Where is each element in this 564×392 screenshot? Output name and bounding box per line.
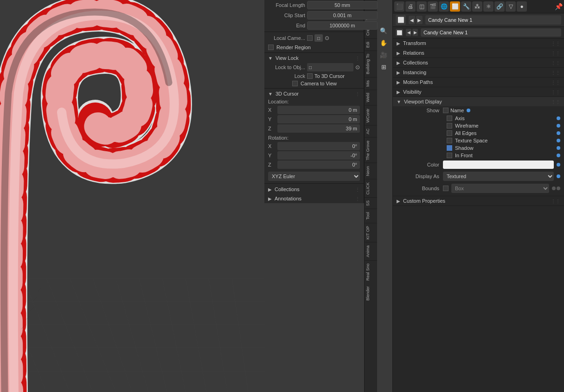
props-tab-output[interactable]: 🖨: [405, 1, 416, 12]
transform-section[interactable]: ▶ Transform ⋮⋮: [393, 39, 564, 48]
grid-icon[interactable]: ⊞: [378, 62, 389, 72]
annotations-row[interactable]: ▶ Annotations ⋮: [264, 194, 364, 203]
cursor-ry-input[interactable]: [277, 151, 360, 160]
wireframe-checkbox[interactable]: [447, 123, 452, 129]
header-icon-btn[interactable]: ⬜: [396, 15, 406, 25]
sidebar-tab-ac[interactable]: AC: [365, 125, 377, 137]
cursor-3d-dots[interactable]: ⋮: [355, 91, 360, 96]
color-swatch[interactable]: [443, 161, 554, 169]
cursor-x-input[interactable]: [277, 106, 360, 114]
display-as-dot: [557, 174, 560, 178]
lock-obj-input[interactable]: □: [307, 63, 353, 71]
custom-props-section[interactable]: ▶ Custom Properties ⋮⋮: [393, 196, 564, 206]
props-tab-object[interactable]: ⬜: [450, 1, 460, 12]
sidebar-tab-neon[interactable]: Neon: [365, 163, 377, 179]
euler-select[interactable]: XYZ Euler: [268, 172, 360, 181]
shadow-checkbox[interactable]: [447, 145, 452, 151]
middle-sidebar: To Vie Creat Edi Building To Mis Weld WC…: [364, 0, 377, 392]
to-3d-cursor-checkbox[interactable]: [307, 73, 313, 79]
cursor-z-input[interactable]: [277, 124, 360, 133]
cursor-rz-input[interactable]: [277, 161, 360, 169]
hand-icon[interactable]: ✋: [378, 38, 389, 48]
cursor-rx-input[interactable]: [277, 142, 360, 150]
props-tab-data[interactable]: ▽: [506, 1, 516, 12]
magnify-icon[interactable]: 🔍: [378, 26, 389, 36]
camera-button[interactable]: □: [314, 34, 323, 42]
sidebar-tab-ss[interactable]: SS: [365, 197, 377, 209]
object-name-1[interactable]: Candy Cane New 1: [425, 15, 561, 25]
next-obj-btn[interactable]: ▶: [416, 16, 423, 24]
props-tab-world[interactable]: 🌐: [439, 1, 449, 12]
texture-space-checkbox[interactable]: [447, 138, 452, 143]
sidebar-tab-building[interactable]: Building To: [365, 51, 377, 77]
next-obj-btn-2[interactable]: ▶: [412, 29, 418, 36]
object-name-2[interactable]: Candy Cane New 1: [421, 28, 561, 37]
annotations-label: Annotations: [275, 196, 301, 201]
in-front-checkbox[interactable]: [447, 153, 452, 158]
sidebar-tab-edi[interactable]: Edi: [365, 39, 377, 51]
motion-paths-section[interactable]: ▶ Motion Paths ⋮⋮: [393, 77, 564, 87]
props-tab-particles[interactable]: ⁂: [472, 1, 482, 12]
cursor-3d-label: 3D Cursor: [276, 91, 299, 96]
lock-options: To 3D Cursor: [307, 73, 345, 79]
lock-eyedropper-icon[interactable]: ⊙: [355, 64, 360, 71]
sidebar-tab-kitop[interactable]: KIT OP: [365, 223, 377, 242]
cursor-3d-header[interactable]: ▼ 3D Cursor ⋮: [264, 90, 364, 98]
axis-label: Axis: [455, 116, 465, 121]
render-region-checkbox[interactable]: [268, 45, 274, 50]
prev-obj-btn-2[interactable]: ◀: [406, 29, 411, 36]
bounds-checkbox[interactable]: [443, 186, 449, 191]
instancing-section[interactable]: ▶ Instancing ⋮⋮: [393, 68, 564, 77]
obj-icon-2[interactable]: ⬜: [396, 29, 403, 36]
sidebar-tab-tool[interactable]: Tool: [365, 209, 377, 223]
sidebar-tab-grove[interactable]: The Grove: [365, 137, 377, 163]
sidebar-tab-anima[interactable]: Anima: [365, 242, 377, 260]
sidebar-tab-realsno[interactable]: Real Sno: [365, 260, 377, 283]
axis-checkbox[interactable]: [447, 116, 452, 121]
focal-length-row: Focal Length: [264, 0, 364, 10]
sidebar-tab-click[interactable]: CLICK: [365, 179, 377, 198]
view-lock-header[interactable]: ▼ View Lock ⋮: [264, 54, 364, 62]
props-tab-material[interactable]: ●: [517, 1, 527, 12]
collections-section[interactable]: ▶ Collections ⋮⋮: [393, 58, 564, 68]
focal-length-input[interactable]: [307, 1, 378, 9]
local-camera-checkbox[interactable]: [307, 35, 313, 41]
relations-section[interactable]: ▶ Relations ⋮⋮: [393, 48, 564, 58]
props-tab-scene[interactable]: 🎬: [428, 1, 438, 12]
props-sections-list: ▶ Transform ⋮⋮ ▶ Relations ⋮⋮ ▶ Collecti…: [393, 39, 564, 392]
props-tab-render[interactable]: ⬛: [394, 1, 404, 12]
viewport-display-header[interactable]: ▼ Viewport Display ⋮⋮: [393, 97, 564, 106]
camera-to-view-checkbox[interactable]: [292, 81, 298, 86]
props-tab-view-layer[interactable]: ◫: [417, 1, 427, 12]
visibility-section[interactable]: ▶ Visibility ⋮⋮: [393, 87, 564, 97]
clip-start-input[interactable]: [307, 11, 378, 19]
props-tab-constraints[interactable]: 🔗: [494, 1, 505, 12]
display-as-row: Display As Textured: [393, 170, 564, 182]
sidebar-tab-wcontr[interactable]: WContr: [365, 105, 377, 126]
camera-icon[interactable]: 🎥: [378, 50, 389, 60]
location-section: Location: X Y Z: [264, 98, 364, 134]
prev-obj-btn[interactable]: ◀: [409, 16, 415, 24]
pin-icon[interactable]: 📌: [555, 3, 563, 10]
bounds-type-select[interactable]: Box: [451, 184, 549, 193]
all-edges-checkbox[interactable]: [447, 130, 452, 136]
rotation-section: Rotation: X Y Z: [264, 134, 364, 170]
sidebar-tab-weld[interactable]: Weld: [365, 90, 377, 105]
cursor-y-input[interactable]: [277, 115, 360, 123]
name-dot: [467, 109, 470, 112]
show-name-checkbox[interactable]: [443, 108, 449, 113]
sidebar-tab-blender[interactable]: Blender: [365, 283, 377, 303]
props-tab-physics[interactable]: ⚛: [483, 1, 494, 12]
display-as-select[interactable]: Textured: [443, 172, 554, 181]
view-lock-dots[interactable]: ⋮: [355, 56, 360, 61]
eyedropper-icon[interactable]: ⊙: [325, 35, 329, 41]
local-camera-label: Local Came...: [268, 35, 305, 41]
clip-start-row: Clip Start: [264, 10, 364, 20]
props-tab-modifier[interactable]: 🔧: [461, 1, 471, 12]
transform-arrow: ▶: [397, 41, 400, 46]
view-lock-arrow: ▼: [268, 56, 273, 61]
instancing-arrow: ▶: [397, 70, 400, 75]
clip-end-input[interactable]: [307, 21, 378, 30]
collections-row[interactable]: ▶ Collections ⋮: [264, 185, 364, 194]
sidebar-tab-mis[interactable]: Mis: [365, 77, 377, 90]
